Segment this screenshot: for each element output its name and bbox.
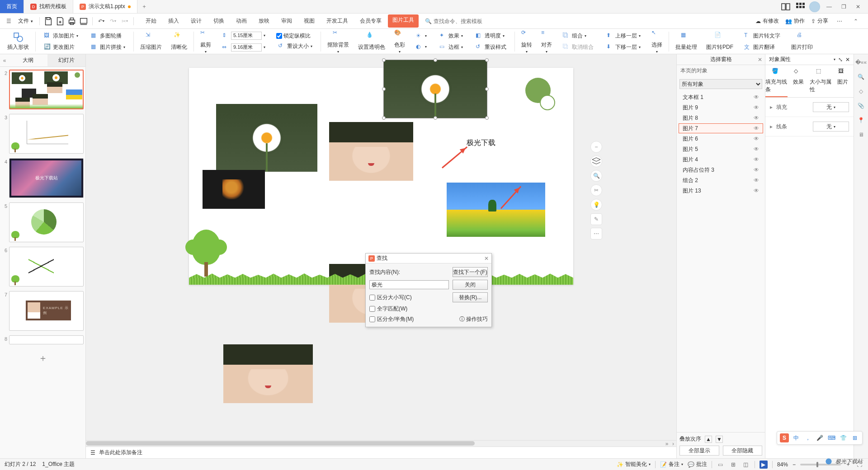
outline-tab[interactable]: 大纲 xyxy=(9,54,47,66)
selpane-item[interactable]: 图片 6👁 xyxy=(679,134,763,144)
selpane-item[interactable]: 图片 7👁 xyxy=(679,123,763,133)
mtab-insert[interactable]: 插入 xyxy=(163,14,184,28)
object-filter-select[interactable]: 所有对象 xyxy=(679,79,762,89)
hide-all-button[interactable]: 全部隐藏 xyxy=(723,446,763,456)
view-sorter-icon[interactable]: ⊞ xyxy=(729,461,737,469)
rail-search-icon[interactable]: 🔍 xyxy=(857,72,866,81)
thumb-4[interactable]: 极光下载站 xyxy=(9,158,84,198)
reset-style-button[interactable]: ↺重设样式 xyxy=(474,42,508,52)
tab-add[interactable]: ＋ xyxy=(137,0,151,13)
mtab-anim[interactable]: 动画 xyxy=(231,14,252,28)
compress-button[interactable]: ⇲压缩图片 xyxy=(137,31,165,52)
horizontal-scrollbar[interactable]: » › xyxy=(86,440,676,446)
align-button[interactable]: ≡对齐▾ xyxy=(538,28,555,55)
ime-logo-icon[interactable]: S xyxy=(780,433,789,442)
canvas[interactable]: ⟳ 极光下载 xyxy=(86,54,676,440)
to-text-button[interactable]: T图片转文字 xyxy=(742,31,782,41)
line-expand[interactable]: ▸ xyxy=(770,123,773,130)
batch-button[interactable]: ▦批量处理 xyxy=(673,31,700,52)
props-close[interactable]: ✕ xyxy=(845,56,850,63)
find-input[interactable] xyxy=(369,280,449,289)
rail-style-icon[interactable]: �«« xyxy=(857,58,866,67)
pic-join-button[interactable]: ▦图片拼接▾ xyxy=(89,42,127,52)
print-icon[interactable] xyxy=(67,16,77,26)
case-check[interactable]: 区分大小写(C) xyxy=(369,294,449,301)
thumb-8[interactable] xyxy=(9,335,84,344)
add-pic-button[interactable]: 🖼添加图片▾ xyxy=(42,31,80,41)
float-crop-icon[interactable]: ✂ xyxy=(590,184,602,196)
fill-expand[interactable]: ▸ xyxy=(770,104,773,110)
clarify-button[interactable]: ✨清晰化 xyxy=(168,31,190,52)
view-normal-icon[interactable]: ▭ xyxy=(717,461,725,469)
window-minimize[interactable]: — xyxy=(824,1,835,12)
save-icon[interactable] xyxy=(43,16,53,26)
image-daisy-large[interactable] xyxy=(383,60,487,118)
float-edit-icon[interactable]: ✎ xyxy=(590,213,602,225)
notes-placeholder[interactable]: 单击此处添加备注 xyxy=(99,449,142,456)
undo-icon[interactable]: ↶▾ xyxy=(96,16,106,26)
rail-location-icon[interactable]: 📍 xyxy=(857,116,866,125)
set-trans-button[interactable]: 💧设置透明色 xyxy=(355,31,388,52)
order-down-button[interactable]: ▼ xyxy=(716,436,723,443)
rail-shape-icon[interactable]: ◇ xyxy=(857,87,866,96)
coop-button[interactable]: 👥协作 xyxy=(785,17,805,25)
add-slide-button[interactable]: ＋ xyxy=(2,349,84,367)
float-more-icon[interactable]: ⋯ xyxy=(590,228,602,240)
share-button[interactable]: ⇪分享 xyxy=(811,17,828,25)
remark-button[interactable]: 📝备注▾ xyxy=(660,461,683,468)
selpane-item[interactable]: 文本框 1👁 xyxy=(679,92,763,102)
selpane-item[interactable]: 组合 2👁 xyxy=(679,175,763,185)
window-restore[interactable]: ❐ xyxy=(838,1,849,12)
group-button[interactable]: ⿻组合▾ xyxy=(561,31,588,41)
eye-icon[interactable]: 👁 xyxy=(754,167,759,173)
height-field[interactable]: ⇕▾ xyxy=(220,31,267,41)
collapse-thumbs[interactable]: « xyxy=(0,57,9,64)
float-idea-icon[interactable]: 💡 xyxy=(590,199,602,211)
view-reading-icon[interactable]: ◫ xyxy=(742,461,750,469)
selpane-item[interactable]: 图片 5👁 xyxy=(679,144,763,154)
eye-icon[interactable]: 👁 xyxy=(754,125,759,132)
mtab-pic-tool[interactable]: 图片工具 xyxy=(388,14,419,28)
selpane-item[interactable]: 图片 8👁 xyxy=(679,113,763,123)
color-button[interactable]: 🎨色彩▾ xyxy=(392,28,408,55)
eye-icon[interactable]: 👁 xyxy=(754,94,759,100)
avatar-icon[interactable] xyxy=(809,1,820,12)
find-dialog-close[interactable]: ✕ xyxy=(484,255,489,262)
sync-status[interactable]: ☁有修改 xyxy=(755,17,779,25)
window-close[interactable]: ✕ xyxy=(853,1,863,12)
ime-punct-icon[interactable]: ， xyxy=(803,433,812,442)
zoom-out[interactable]: − xyxy=(793,461,796,468)
brightness-button[interactable]: ☀▾ xyxy=(414,32,429,41)
format-painter-icon[interactable]: ✂▾ xyxy=(120,16,130,26)
ime-grid-icon[interactable]: ⊞ xyxy=(850,433,859,442)
beautify-button[interactable]: ✨智能美化▾ xyxy=(617,461,651,468)
menu-icon[interactable]: ☰ xyxy=(4,16,14,26)
down-layer-button[interactable]: ⬇下移一层▾ xyxy=(604,42,642,52)
rotate-button[interactable]: ⟳旋转▾ xyxy=(519,28,535,55)
scroll-right-far[interactable]: » xyxy=(664,441,670,447)
props-tab-size[interactable]: ⬚大小与属性 xyxy=(810,65,832,97)
redo-icon[interactable]: ↷▾ xyxy=(108,16,118,26)
image-face-3[interactable] xyxy=(223,344,313,403)
file-menu[interactable]: 文件▾ xyxy=(15,17,36,25)
rail-screen-icon[interactable]: 🖥 xyxy=(857,130,866,139)
trans-button[interactable]: ◧透明度▾ xyxy=(474,31,506,41)
selpane-item[interactable]: 图片 4👁 xyxy=(679,155,763,164)
eye-icon[interactable]: 👁 xyxy=(754,177,759,183)
zoom-value[interactable]: 84% xyxy=(777,461,788,468)
tips-link[interactable]: ⓘ操作技巧 xyxy=(453,315,488,323)
contrast-button[interactable]: ◐▾ xyxy=(414,42,429,52)
whole-word-check[interactable]: 全字匹配(W) xyxy=(369,305,449,313)
select-button[interactable]: ↖选择▾ xyxy=(649,28,665,55)
multi-outline-button[interactable]: ▦多图轮播 xyxy=(89,31,123,41)
slides-tab[interactable]: 幻灯片 xyxy=(47,54,86,66)
order-up-button[interactable]: ▲ xyxy=(705,436,712,443)
command-search-input[interactable] xyxy=(434,18,497,24)
remove-bg-button[interactable]: ✂抠除背景▾ xyxy=(325,28,352,55)
rail-clip-icon[interactable]: 📎 xyxy=(857,101,866,110)
shape-tree[interactable] xyxy=(192,230,221,265)
float-layers-icon[interactable] xyxy=(590,155,602,167)
props-tab-pic[interactable]: 🖼图片 xyxy=(831,65,854,97)
slide[interactable]: ⟳ 极光下载 xyxy=(189,68,573,285)
mtab-transition[interactable]: 切换 xyxy=(208,14,230,28)
